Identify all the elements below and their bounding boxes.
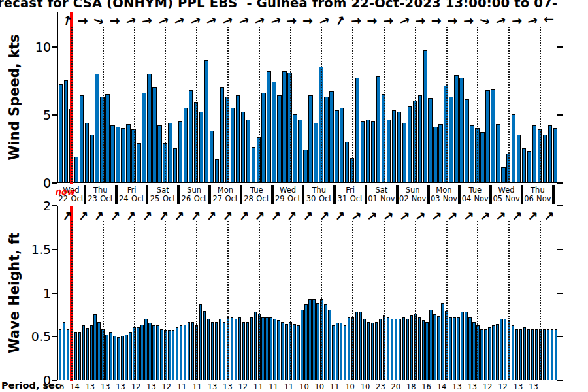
wave-bar	[512, 325, 514, 380]
wind-bar	[173, 148, 177, 182]
period-value: 10	[295, 382, 312, 391]
wave-bar	[515, 329, 518, 380]
wind-direction-arrow-icon: →	[491, 12, 510, 29]
wind-bar	[438, 124, 442, 182]
y-tick-mark	[52, 249, 57, 250]
period-value: 12	[127, 382, 144, 391]
wave-bar	[425, 322, 428, 380]
wave-y-tick-label: 0.5	[21, 329, 51, 344]
wind-direction-arrow-icon: →	[301, 14, 315, 27]
wind-bar	[397, 112, 401, 182]
period-value: 11	[250, 382, 267, 391]
wind-bar	[553, 128, 557, 182]
wind-bar	[433, 127, 437, 182]
wave-bar	[184, 325, 186, 380]
wind-bar	[454, 75, 458, 182]
wind-bar	[517, 135, 521, 182]
wind-direction-arrow-icon: →	[365, 14, 379, 27]
wave-bar	[429, 310, 432, 380]
wind-bar	[267, 71, 270, 183]
wave-direction-arrow-icon: →	[137, 206, 156, 225]
wind-direction-arrow-icon: →	[395, 12, 414, 29]
now-label: now	[55, 187, 74, 197]
daily-gridline	[321, 221, 322, 380]
wave-bar	[402, 317, 405, 380]
wave-bar	[468, 317, 471, 380]
wind-bar	[345, 142, 349, 182]
wind-direction-arrow-icon: →	[267, 12, 284, 29]
wave-bar	[480, 329, 483, 380]
wave-bar	[59, 329, 61, 380]
wind-direction-arrow-icon: →	[476, 12, 493, 28]
y-tick-mark	[52, 380, 57, 381]
daily-gridline	[290, 27, 291, 182]
daily-gridline	[165, 221, 166, 380]
wind-direction-arrow-icon: →	[380, 13, 395, 27]
wave-bar	[144, 319, 147, 380]
daily-gridline	[259, 221, 260, 380]
wave-bar	[78, 332, 81, 380]
period-value: 20	[387, 382, 404, 391]
wave-y-tick-label: 2	[21, 199, 51, 213]
period-value: 11	[265, 382, 282, 391]
wind-bar	[376, 76, 380, 182]
wind-bar	[361, 121, 365, 182]
wave-bar	[531, 329, 534, 380]
y-tick-mark	[557, 336, 563, 337]
wind-bar	[522, 148, 526, 182]
wave-height-plot: →→→→→→→→→→→→→→→→→→→→→→→→→→→→→→→	[57, 206, 557, 380]
wind-bar	[74, 157, 78, 183]
wave-bar	[125, 335, 127, 380]
wind-direction-arrow-icon: →	[331, 10, 349, 29]
wind-bar	[252, 147, 255, 182]
wave-bar	[293, 324, 295, 380]
wind-direction-arrow-icon: →	[108, 14, 122, 27]
wave-bar	[215, 322, 218, 380]
wave-bar	[472, 322, 475, 380]
wave-bar	[86, 328, 89, 380]
daily-gridline	[259, 27, 260, 182]
day-label: Fri 31-Oct	[335, 185, 366, 203]
wave-bar	[422, 320, 425, 380]
wind-bar	[272, 82, 276, 182]
period-value: 11	[173, 382, 190, 391]
wind-bar	[80, 95, 84, 182]
wave-bar	[63, 322, 65, 380]
daily-gridline	[477, 27, 478, 182]
y-tick-mark	[557, 182, 563, 184]
wave-bar	[219, 319, 221, 380]
wave-bar	[371, 323, 374, 380]
daily-gridline	[508, 27, 510, 182]
day-label: Sun 26-Oct	[178, 185, 210, 203]
wind-bar	[532, 125, 536, 182]
wave-bar	[324, 304, 327, 380]
daily-gridline	[415, 221, 416, 380]
wind-direction-arrow-icon: →	[348, 13, 364, 27]
wave-y-tick-label: 1.5	[21, 242, 51, 257]
wave-bar	[199, 304, 202, 380]
day-label: Mon 03-Nov	[429, 185, 460, 203]
wave-bar	[297, 325, 299, 380]
wind-bar	[387, 120, 391, 182]
period-value: 11	[326, 382, 343, 391]
daily-gridline	[71, 27, 73, 182]
wind-bar	[90, 135, 94, 182]
wave-y-tick-label: 1	[21, 286, 51, 301]
wave-bar	[109, 332, 112, 380]
wind-bar	[355, 78, 359, 182]
wind-bar	[335, 110, 338, 182]
wave-bar	[465, 312, 467, 380]
wave-bar	[484, 329, 487, 380]
day-label: Mon 27-Oct	[210, 185, 241, 203]
wave-bar	[223, 322, 225, 380]
wind-bar	[147, 74, 151, 182]
wind-bar	[85, 123, 89, 182]
wind-bar	[59, 84, 63, 182]
wind-bar	[308, 95, 312, 182]
daily-gridline	[134, 221, 135, 380]
wind-bar	[392, 110, 396, 182]
wave-bar	[273, 319, 276, 380]
wave-bar	[504, 319, 506, 380]
wind-bar	[428, 98, 432, 182]
wind-y-axis-label: Wind Speed, kts	[7, 34, 22, 160]
